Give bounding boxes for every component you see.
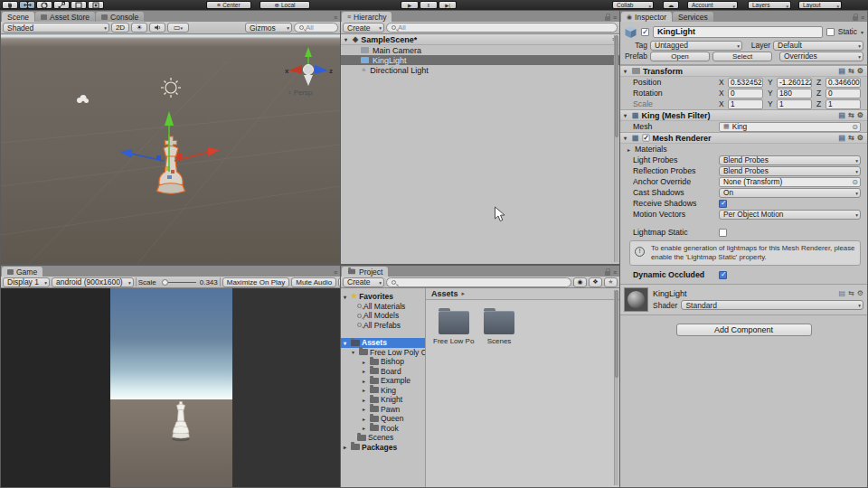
scene-search-field[interactable]: All bbox=[294, 23, 338, 33]
project-search-field[interactable] bbox=[386, 277, 571, 287]
collab-dropdown[interactable]: Collab bbox=[612, 1, 654, 9]
prefab-open-button[interactable]: Open bbox=[650, 52, 710, 61]
folder-bishop[interactable]: ▸Bishop bbox=[341, 357, 425, 367]
position-y-field[interactable]: -1.260122 bbox=[777, 78, 812, 88]
lock-icon[interactable] bbox=[853, 16, 858, 21]
active-checkbox[interactable] bbox=[641, 28, 649, 36]
scale-z-field[interactable]: 1 bbox=[826, 99, 861, 109]
foldout-icon[interactable]: ▸ bbox=[363, 387, 368, 393]
rotation-z-field[interactable]: 0 bbox=[826, 89, 861, 99]
folder-king[interactable]: ▸King bbox=[341, 386, 425, 396]
object-picker-icon[interactable]: ⊙ bbox=[852, 178, 858, 186]
folder-scenes[interactable]: Scenes bbox=[341, 433, 425, 443]
panel-menu-icon[interactable]: ≡ bbox=[613, 14, 617, 21]
mesh-renderer-enabled-checkbox[interactable] bbox=[642, 134, 649, 141]
preset-icon[interactable]: ⇆ bbox=[848, 290, 854, 297]
settings-icon[interactable]: ⚙ bbox=[857, 68, 863, 75]
hierarchy-search-field[interactable]: All bbox=[386, 23, 618, 33]
prefab-overrides-dropdown[interactable]: Overrides bbox=[779, 52, 863, 61]
game-viewport[interactable] bbox=[1, 288, 340, 487]
gizmos-dropdown[interactable]: Gizmos bbox=[245, 23, 292, 33]
panel-menu-icon[interactable]: ≡ bbox=[613, 269, 617, 276]
layers-dropdown[interactable]: Layers bbox=[748, 1, 791, 9]
fav-all-materials[interactable]: All Materials bbox=[341, 302, 425, 312]
search-by-label-button[interactable]: ❖ bbox=[589, 277, 602, 287]
pivot-local-button[interactable]: ⊕ Local bbox=[259, 1, 310, 9]
folder-knight[interactable]: ▸Knight bbox=[341, 395, 425, 405]
lock-icon[interactable] bbox=[605, 16, 610, 21]
hierarchy-create-dropdown[interactable]: Create bbox=[343, 23, 384, 33]
scene-root-row[interactable]: ▾ ◈ SampleScene* ≡ bbox=[341, 34, 619, 45]
help-icon[interactable]: ▤ bbox=[839, 290, 846, 297]
scene-lighting-button[interactable]: ☀ bbox=[131, 23, 147, 33]
cloud-button[interactable]: ☁ bbox=[663, 1, 679, 9]
settings-icon[interactable]: ⚙ bbox=[857, 112, 863, 119]
dynamic-occluded-checkbox[interactable] bbox=[719, 271, 727, 279]
motion-vectors-dropdown[interactable]: Per Object Motion bbox=[719, 210, 861, 220]
pivot-center-button[interactable]: ≡ Center bbox=[206, 1, 251, 9]
layer-dropdown[interactable]: Default bbox=[773, 41, 863, 51]
panel-menu-icon[interactable]: ≡ bbox=[334, 269, 337, 276]
favorites-row[interactable]: ▾ ★ Favorites bbox=[341, 292, 425, 302]
preset-icon[interactable]: ⇆ bbox=[848, 135, 854, 142]
scale-x-field[interactable]: 1 bbox=[728, 99, 763, 109]
rotate-tool-button[interactable] bbox=[36, 1, 52, 9]
lightmap-static-checkbox[interactable] bbox=[719, 229, 727, 237]
panel-menu-icon[interactable]: ≡ bbox=[861, 14, 864, 21]
settings-icon[interactable]: ⚙ bbox=[857, 290, 863, 297]
scale-tool-button[interactable] bbox=[53, 1, 70, 9]
mesh-object-field[interactable]: ▦ King ⊙ bbox=[719, 122, 861, 132]
foldout-icon[interactable]: ▸ bbox=[363, 397, 368, 403]
panel-menu-icon[interactable]: ≡ bbox=[334, 14, 337, 21]
hierarchy-scrollbar[interactable] bbox=[614, 35, 618, 262]
scene-effects-dropdown[interactable]: ▭▾ bbox=[167, 23, 189, 33]
prefab-select-button[interactable]: Select bbox=[712, 52, 772, 61]
position-z-field[interactable]: 0.346600 bbox=[826, 78, 861, 88]
search-by-type-button[interactable]: ◉ bbox=[573, 277, 587, 287]
foldout-icon[interactable]: ▸ bbox=[363, 359, 368, 365]
play-button[interactable]: ▶ bbox=[401, 1, 419, 9]
hierarchy-item-kinglight[interactable]: KingLight › bbox=[341, 55, 619, 65]
tab-hierarchy[interactable]: ≡ Hierarchy bbox=[342, 12, 392, 22]
cast-shadows-dropdown[interactable]: On bbox=[719, 188, 861, 198]
transform-tool-button[interactable] bbox=[88, 1, 104, 9]
foldout-icon[interactable]: ▸ bbox=[363, 425, 368, 431]
shader-dropdown[interactable]: Standard bbox=[681, 300, 863, 310]
packages-root-row[interactable]: ▸ Packages bbox=[341, 443, 425, 453]
tab-scene[interactable]: Scene bbox=[2, 12, 34, 22]
account-dropdown[interactable]: Account bbox=[687, 1, 738, 9]
folder-rook[interactable]: ▸Rook bbox=[341, 424, 425, 434]
scale-slider[interactable] bbox=[158, 277, 198, 286]
static-dropdown-icon[interactable]: ▾ bbox=[861, 29, 863, 35]
settings-icon[interactable]: ⚙ bbox=[857, 135, 863, 142]
asset-tile-free-low-poly[interactable]: Free Low Po... bbox=[433, 311, 475, 345]
foldout-icon[interactable]: ▾ bbox=[624, 112, 629, 118]
project-breadcrumb[interactable]: Assets ▸ bbox=[426, 288, 619, 300]
save-search-button[interactable]: ★ bbox=[604, 277, 618, 287]
persp-toggle[interactable]: ‹ Persp bbox=[288, 89, 313, 97]
help-icon[interactable]: ▤ bbox=[839, 135, 846, 142]
foldout-icon[interactable]: ▸ bbox=[363, 406, 368, 412]
pause-button[interactable]: ‖ bbox=[420, 1, 438, 9]
move-tool-button[interactable] bbox=[19, 1, 35, 9]
assets-root-row[interactable]: ▾ Assets bbox=[341, 338, 425, 348]
asset-tile-scenes[interactable]: Scenes bbox=[478, 311, 520, 345]
hand-tool-button[interactable] bbox=[2, 1, 18, 9]
tab-console[interactable]: Console bbox=[96, 12, 144, 22]
preset-icon[interactable]: ⇆ bbox=[848, 112, 854, 119]
rotation-x-field[interactable]: 0 bbox=[728, 89, 763, 99]
layout-dropdown[interactable]: Layout bbox=[798, 1, 842, 9]
project-create-dropdown[interactable]: Create bbox=[343, 277, 384, 287]
project-scrollbar[interactable] bbox=[614, 290, 618, 485]
foldout-icon[interactable]: ▾ bbox=[624, 135, 629, 141]
foldout-icon[interactable]: ▾ bbox=[344, 36, 350, 42]
reflection-probes-dropdown[interactable]: Blend Probes bbox=[719, 166, 861, 176]
mesh-filter-component-header[interactable]: ▾ ▦ King (Mesh Filter) ▤ ⇆ ⚙ bbox=[620, 109, 867, 121]
tag-dropdown[interactable]: Untagged bbox=[650, 41, 742, 51]
hierarchy-item-main-camera[interactable]: Main Camera bbox=[341, 45, 619, 55]
foldout-icon[interactable]: ▸ bbox=[363, 368, 368, 374]
scale-slider-knob[interactable] bbox=[162, 279, 168, 286]
tab-services[interactable]: Services bbox=[673, 12, 713, 22]
position-x-field[interactable]: 0.532452 bbox=[728, 78, 763, 88]
fav-all-models[interactable]: All Models bbox=[341, 311, 425, 321]
